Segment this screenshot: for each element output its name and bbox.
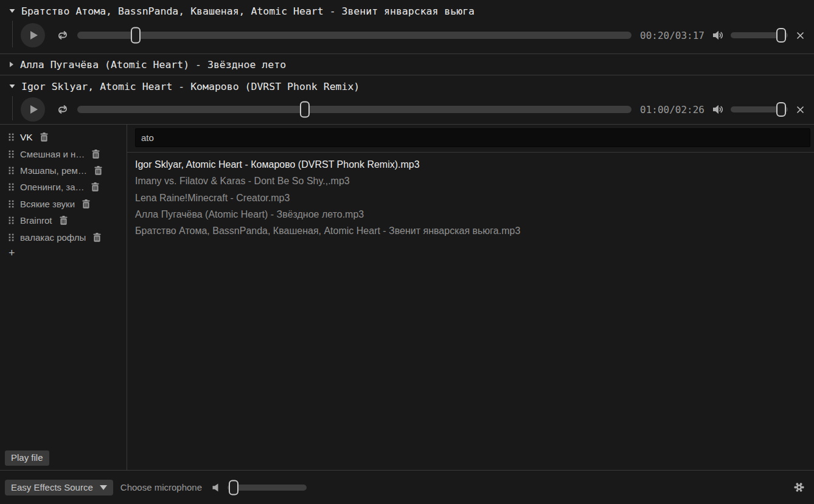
player-header-1[interactable]: Братство Атома, BassnPanda, Квашеная, At… bbox=[0, 0, 814, 22]
seek-slider[interactable] bbox=[77, 26, 631, 44]
tab-label: VK bbox=[20, 132, 33, 143]
drag-handle-icon[interactable] bbox=[9, 216, 14, 224]
tab-label: Мэшапы, рем… bbox=[20, 165, 87, 176]
tab-label: Смешная и н… bbox=[20, 149, 85, 159]
volume-thumb[interactable] bbox=[776, 28, 786, 43]
player-row-3: Igor Sklyar, Atomic Heart - Комарово (DV… bbox=[0, 75, 814, 125]
file-row[interactable]: Lena Raine!Minecraft - Creator.mp3 bbox=[135, 190, 810, 206]
volume-icon[interactable] bbox=[712, 105, 724, 114]
sidebar-item[interactable]: валакас рофлы bbox=[0, 229, 127, 245]
drag-handle-icon[interactable] bbox=[9, 183, 14, 191]
mic-volume-track[interactable] bbox=[228, 485, 307, 491]
player-controls-3: 01:00/02:26 bbox=[0, 97, 814, 122]
repeat-icon[interactable] bbox=[57, 30, 69, 40]
volume-slider[interactable] bbox=[731, 102, 788, 117]
sidebar-item-vk[interactable]: VK bbox=[0, 129, 127, 145]
trash-icon[interactable] bbox=[40, 133, 48, 142]
trash-icon[interactable] bbox=[60, 216, 68, 225]
play-icon bbox=[30, 31, 38, 40]
seek-thumb[interactable] bbox=[300, 102, 310, 118]
drag-handle-icon[interactable] bbox=[9, 167, 14, 174]
drag-handle-icon[interactable] bbox=[9, 200, 14, 208]
player-row-1: Братство Атома, BassnPanda, Квашеная, At… bbox=[0, 0, 814, 54]
add-playlist-button[interactable]: + bbox=[0, 246, 127, 261]
player-controls-1: 00:20/03:17 bbox=[0, 22, 814, 49]
tab-label: Всякие звуки bbox=[20, 199, 75, 209]
drag-handle-icon[interactable] bbox=[9, 233, 14, 241]
volume-thumb[interactable] bbox=[776, 102, 786, 117]
sidebar-item[interactable]: Brainrot bbox=[0, 212, 127, 229]
track-title: Igor Sklyar, Atomic Heart - Комарово (DV… bbox=[21, 81, 360, 92]
trash-icon[interactable] bbox=[94, 166, 102, 175]
chevron-right-icon[interactable] bbox=[9, 61, 14, 67]
file-list: Igor Sklyar, Atomic Heart - Комарово (DV… bbox=[135, 156, 810, 239]
drag-handle-icon[interactable] bbox=[9, 150, 14, 158]
sidebar-item[interactable]: Опенинги, за… bbox=[0, 179, 127, 195]
soundboard-app: Братство Атома, BassnPanda, Квашеная, At… bbox=[0, 0, 814, 504]
chevron-down-icon bbox=[100, 485, 107, 490]
search-input[interactable] bbox=[135, 128, 810, 147]
sidebar-item[interactable]: Всякие звуки bbox=[0, 196, 127, 212]
file-row[interactable]: Imany vs. Filatov & Karas - Dont Be So S… bbox=[135, 173, 810, 189]
trash-icon[interactable] bbox=[92, 150, 100, 159]
speaker-muted-icon[interactable] bbox=[212, 483, 219, 492]
close-icon[interactable] bbox=[796, 32, 804, 40]
bottom-bar: Easy Effects Source Choose microphone bbox=[0, 470, 814, 504]
seek-thumb[interactable] bbox=[131, 27, 141, 44]
tab-label: валакас рофлы bbox=[20, 232, 86, 243]
time-display: 00:20/03:17 bbox=[640, 30, 704, 41]
time-display: 01:00/02:26 bbox=[640, 104, 704, 116]
chevron-down-icon[interactable] bbox=[9, 84, 15, 89]
playlist-sidebar: VK Смешная и н… Мэшапы, рем… Опенинги, з… bbox=[0, 125, 127, 470]
file-row[interactable]: Братство Атома, BassnPanda, Квашеная, At… bbox=[135, 223, 810, 239]
volume-icon[interactable] bbox=[712, 30, 724, 40]
seek-track[interactable] bbox=[77, 32, 631, 39]
track-title: Алла Пугачёва (Atomic Heart) - Звёздное … bbox=[20, 59, 286, 71]
gear-icon[interactable] bbox=[794, 482, 804, 492]
output-source-label: Easy Effects Source bbox=[11, 482, 93, 492]
player-header-3[interactable]: Igor Sklyar, Atomic Heart - Комарово (DV… bbox=[0, 75, 814, 97]
tab-label: Опенинги, за… bbox=[20, 182, 84, 192]
player-header-2[interactable]: Алла Пугачёва (Atomic Heart) - Звёздное … bbox=[0, 54, 814, 75]
seek-slider[interactable] bbox=[77, 100, 631, 119]
play-icon bbox=[30, 105, 38, 114]
track-title: Братство Атома, BassnPanda, Квашеная, At… bbox=[21, 5, 475, 17]
choose-microphone-button[interactable]: Choose microphone bbox=[120, 482, 202, 492]
file-panel: Igor Sklyar, Atomic Heart - Комарово (DV… bbox=[127, 125, 814, 470]
mic-volume-slider[interactable] bbox=[228, 480, 307, 495]
file-row[interactable]: Алла Пугачёва (Atomic Heart) - Звёздное … bbox=[135, 206, 810, 223]
divider bbox=[127, 152, 814, 153]
trash-icon[interactable] bbox=[82, 199, 90, 209]
play-button[interactable] bbox=[21, 23, 45, 47]
play-button[interactable] bbox=[21, 97, 45, 122]
sidebar-item[interactable]: Смешная и н… bbox=[0, 145, 127, 162]
trash-icon[interactable] bbox=[93, 233, 101, 242]
trash-icon[interactable] bbox=[91, 182, 99, 192]
seek-track[interactable] bbox=[77, 106, 631, 113]
main-area: VK Смешная и н… Мэшапы, рем… Опенинги, з… bbox=[0, 125, 814, 470]
output-source-select[interactable]: Easy Effects Source bbox=[5, 480, 113, 495]
volume-slider[interactable] bbox=[731, 27, 788, 43]
repeat-icon[interactable] bbox=[57, 105, 69, 114]
close-icon[interactable] bbox=[796, 106, 804, 114]
chevron-down-icon[interactable] bbox=[9, 9, 15, 13]
play-file-button[interactable]: Play file bbox=[5, 450, 49, 466]
sidebar-item[interactable]: Мэшапы, рем… bbox=[0, 162, 127, 179]
file-row[interactable]: Igor Sklyar, Atomic Heart - Комарово (DV… bbox=[135, 156, 810, 173]
mic-volume-thumb[interactable] bbox=[229, 480, 238, 495]
drag-handle-icon[interactable] bbox=[9, 133, 14, 141]
player-row-2: Алла Пугачёва (Atomic Heart) - Звёздное … bbox=[0, 54, 814, 75]
tab-label: Brainrot bbox=[20, 215, 52, 226]
